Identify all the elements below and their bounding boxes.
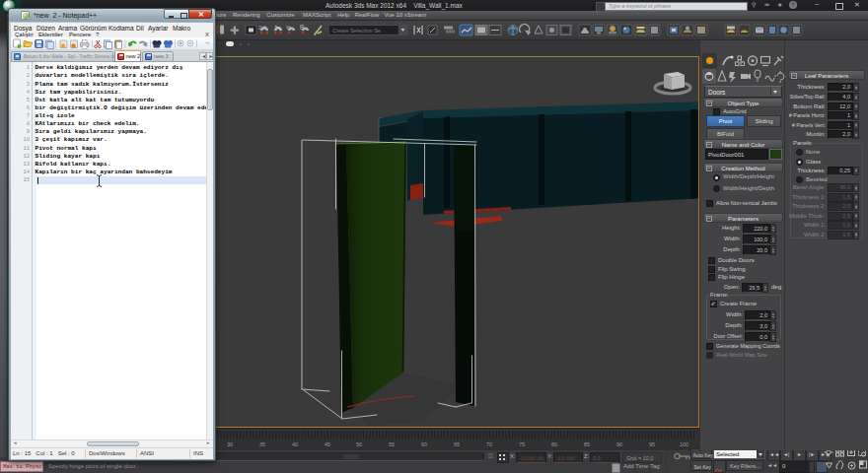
- svg-text:90: 90: [616, 441, 622, 447]
- svg-text:55: 55: [389, 441, 395, 447]
- svg-text:50: 50: [356, 441, 362, 447]
- svg-text:40: 40: [292, 441, 298, 447]
- svg-text:100: 100: [680, 441, 688, 447]
- svg-text:85: 85: [584, 441, 590, 447]
- svg-text:60: 60: [421, 441, 427, 447]
- svg-text:75: 75: [519, 441, 525, 447]
- svg-text:80: 80: [551, 441, 557, 447]
- svg-text:35: 35: [259, 441, 265, 447]
- svg-text:70: 70: [486, 441, 492, 447]
- svg-text:65: 65: [454, 441, 460, 447]
- svg-text:45: 45: [325, 441, 330, 447]
- svg-text:95: 95: [649, 441, 655, 447]
- svg-text:¬: ¬: [205, 39, 209, 46]
- svg-text:Create Selection Se: Create Selection Se: [332, 28, 381, 34]
- svg-text:30: 30: [227, 441, 233, 447]
